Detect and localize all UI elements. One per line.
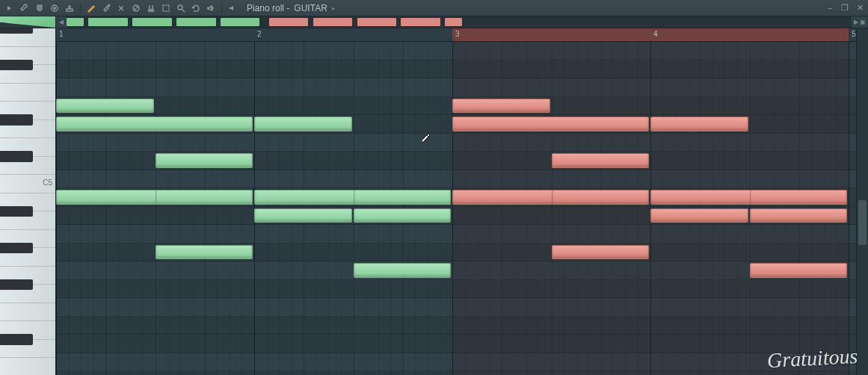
minimap-segment[interactable] [269,18,309,26]
midi-note[interactable] [552,190,650,205]
midi-note[interactable] [56,117,253,131]
grid-row [56,170,856,189]
grid-row [56,353,856,372]
minimap-segment[interactable] [221,18,260,26]
sub-line [230,42,230,375]
playback-icon[interactable] [189,1,203,15]
midi-note[interactable] [650,117,748,131]
minimap-segment[interactable] [67,18,84,26]
piano-key-black[interactable] [0,334,33,345]
midi-note[interactable] [254,208,352,223]
midi-note[interactable] [156,153,253,168]
sub-line [490,42,490,375]
piano-key-black[interactable] [0,206,33,217]
mute-icon[interactable] [129,1,143,15]
minimap-prev[interactable]: ◀ [56,16,67,28]
minimap-segment[interactable] [176,18,216,26]
grid-row [56,335,856,353]
piano-keyboard[interactable]: C5 [0,28,56,375]
beat-line [156,42,156,375]
midi-note[interactable] [552,245,650,260]
midi-note[interactable] [354,263,452,278]
menu-arrow-icon[interactable] [3,1,16,15]
piano-key-black[interactable] [0,243,33,254]
minimap-track[interactable] [67,16,852,28]
midi-note[interactable] [354,208,452,223]
midi-note[interactable] [750,208,848,223]
midi-note[interactable] [750,190,848,205]
svg-point-8 [178,5,182,10]
draw-icon[interactable] [84,1,98,15]
midi-note[interactable] [156,245,253,260]
piano-key-black[interactable] [0,28,33,34]
sub-line [626,42,627,375]
slice-icon[interactable] [144,1,158,15]
minimap-segment[interactable] [88,18,128,26]
sub-line [69,42,70,375]
midi-note[interactable] [750,263,848,278]
sub-line [477,42,478,375]
svg-point-1 [54,7,55,8]
corner-handle[interactable] [0,16,56,28]
window-controls: – ❐ ✕ [825,3,865,13]
grid-row [56,61,856,79]
grid-row [56,280,856,299]
piano-key[interactable] [0,303,55,322]
vertical-scrollbar[interactable] [856,28,868,375]
midi-note[interactable] [650,208,748,223]
sub-line [217,42,218,375]
tools-icon[interactable] [18,1,31,15]
ruler-mute-zone[interactable] [452,28,849,41]
midi-note[interactable] [452,99,550,114]
chevron-right-icon[interactable]: ▸ [332,4,336,12]
piano-key-black[interactable] [0,279,33,291]
grid-row [56,371,856,375]
svg-point-3 [108,4,109,6]
midi-note[interactable] [56,99,154,114]
paint-icon[interactable] [99,1,113,15]
beat-line [601,42,602,375]
piano-key-black[interactable] [0,151,33,162]
scrollbar-thumb[interactable] [858,200,867,245]
title-channel[interactable]: GUITAR [294,3,327,13]
note-grid[interactable] [56,42,856,375]
select-icon[interactable] [159,1,173,15]
midi-note[interactable] [354,190,452,205]
midi-note[interactable] [254,117,352,131]
magnet-icon[interactable] [33,1,46,15]
snap-icon[interactable] [48,1,61,15]
minimap-segment[interactable] [445,18,462,26]
piano-key-black[interactable] [0,60,33,71]
minimap: ◀ ▶ ▣ [0,16,868,28]
svg-rect-2 [67,9,73,11]
scroll-icon[interactable] [226,1,239,15]
grid-row [56,225,856,244]
midi-note[interactable] [156,190,253,205]
erase-icon[interactable] [114,1,128,15]
minimap-segment[interactable] [132,18,172,26]
stamp-icon[interactable] [63,1,76,15]
sub-line [81,42,81,375]
beat-line [205,42,206,375]
speaker-icon[interactable] [204,1,218,15]
piano-key[interactable] [0,358,55,375]
midi-note[interactable] [552,153,650,168]
minimap-segment[interactable] [357,18,397,26]
minimap-segment[interactable] [313,18,353,26]
sub-line [143,42,144,375]
sub-line [192,42,193,375]
svg-point-6 [152,9,154,11]
sub-line [613,42,614,375]
sub-line [130,42,131,375]
maximize-button[interactable]: ❐ [840,3,850,13]
piano-key-black[interactable] [0,114,33,125]
minimap-segment[interactable] [401,18,440,26]
minimize-button[interactable]: – [825,3,835,13]
key-label: C5 [43,179,52,187]
zoom-icon[interactable] [174,1,188,15]
timeline-ruler[interactable]: 12345 [56,28,856,42]
close-button[interactable]: ✕ [855,3,865,13]
piano-key[interactable] [0,84,55,102]
minimap-next[interactable]: ▶ ▣ [852,16,868,28]
midi-note[interactable] [452,117,649,131]
